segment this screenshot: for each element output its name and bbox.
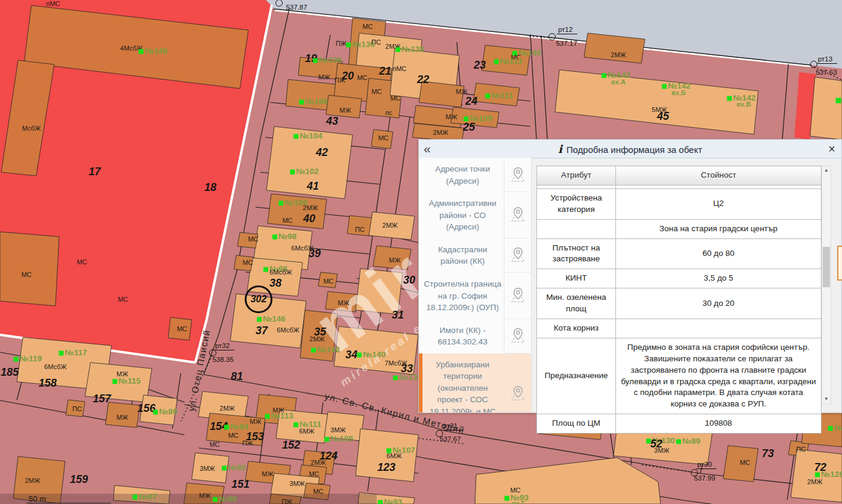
map-label: МЖ bbox=[456, 88, 467, 95]
layer-menu-item[interactable]: Строителна граница на гр. София 18.12.20… bbox=[419, 273, 531, 319]
attribute-table: Атрибут Стойност Устройствена категория … bbox=[536, 166, 822, 434]
map-label: 2МЖ bbox=[309, 335, 324, 343]
scrollbar-thumb[interactable] bbox=[823, 247, 830, 287]
map-label: рт12 bbox=[557, 26, 577, 34]
map-label: вх.Г bbox=[512, 500, 525, 504]
map-label: 159 bbox=[70, 473, 88, 486]
layer-menu-item[interactable]: Кадастрални райони (КК) bbox=[419, 238, 531, 273]
attribute-table-header-row: Атрибут Стойност bbox=[537, 166, 822, 185]
map-label: вх.А bbox=[611, 78, 626, 86]
map-label: ПЖ bbox=[336, 40, 347, 47]
close-panel-button[interactable]: × bbox=[828, 142, 835, 156]
map-label: МС bbox=[362, 23, 372, 30]
attribute-row[interactable]: Площ по ЦМ 109808 bbox=[537, 414, 822, 434]
attribute-name-cell: Предназначение bbox=[537, 338, 616, 414]
map-label: МС bbox=[323, 278, 333, 285]
attribute-row[interactable]: Зона на стария градски център bbox=[537, 219, 822, 238]
panel-title-text: Подробна информация за обект bbox=[567, 145, 702, 155]
map-label: 6МсбЖ bbox=[269, 269, 292, 276]
map-label bbox=[436, 430, 443, 437]
map-label: 152 bbox=[282, 439, 300, 452]
attribute-row[interactable]: КИНТ 3,5 до 5 bbox=[537, 269, 822, 288]
attribute-table-body: Устройствена категория Ц2 Зона на стария… bbox=[537, 185, 822, 433]
map-label: 185 bbox=[1, 366, 19, 379]
map-label: №109 bbox=[324, 434, 353, 443]
map-pin-icon[interactable] bbox=[504, 353, 531, 412]
layer-menu-item-label: Кадастрални райони (КК) bbox=[419, 238, 504, 273]
map-label: МЖ bbox=[339, 107, 351, 114]
map-label: МС bbox=[313, 488, 323, 495]
map-pin-icon[interactable] bbox=[504, 273, 531, 319]
map-label: МС bbox=[21, 271, 31, 278]
map-label bbox=[548, 33, 556, 40]
map-label: 157 bbox=[93, 393, 111, 405]
map-label: №138 bbox=[393, 373, 422, 382]
map-label: №93 bbox=[378, 497, 402, 504]
info-panel: « iПодробна информация за обект × Адресн… bbox=[418, 139, 842, 413]
layer-menu-item[interactable]: Урбанизирани територии (окончателен прое… bbox=[419, 353, 531, 412]
attribute-column-header: Атрибут bbox=[537, 166, 616, 185]
attribute-name-cell bbox=[537, 219, 616, 238]
map-label: 38 bbox=[269, 277, 281, 290]
layer-menu-item-label: Административни райони - СО (Адреси) bbox=[419, 192, 504, 238]
map-pin-icon[interactable] bbox=[504, 319, 531, 353]
map-label: 537.17 bbox=[556, 40, 577, 47]
map-label bbox=[209, 349, 216, 356]
map-label: вх.В bbox=[737, 101, 751, 108]
attribute-value-cell: 3,5 до 5 bbox=[616, 269, 822, 288]
table-scrollbar[interactable]: ▲ ▼ bbox=[822, 166, 831, 404]
map-label: 25 bbox=[463, 121, 475, 134]
map-label: 6МЖ bbox=[299, 428, 314, 435]
scroll-up-arrow[interactable]: ▲ bbox=[822, 166, 831, 175]
attribute-name-cell: КИНТ bbox=[537, 269, 616, 288]
map-label: №146 bbox=[257, 314, 286, 323]
map-label: рт13 bbox=[817, 55, 837, 64]
map-label: МС bbox=[740, 459, 750, 466]
selected-parcel-marker[interactable]: 302 bbox=[245, 285, 272, 313]
info-icon: i bbox=[558, 143, 562, 155]
map-label: 18 bbox=[204, 181, 216, 194]
map-label: №113 bbox=[494, 57, 523, 66]
attribute-value-cell: Предимно в зоната на стария софийски цен… bbox=[616, 338, 822, 414]
map-label: МС bbox=[118, 296, 128, 303]
map-label: №119 bbox=[14, 354, 42, 363]
map-label: 37 bbox=[256, 325, 268, 337]
map-label: 2МЖ bbox=[433, 129, 448, 136]
layer-menu-item-label: Имоти (КК) - 68134.302.43 bbox=[419, 319, 504, 353]
map-pin-icon[interactable] bbox=[504, 158, 531, 192]
attribute-row[interactable]: Устройствена категория Ц2 bbox=[537, 188, 822, 219]
map-label: 6МЖ bbox=[386, 452, 401, 459]
map-label: МС bbox=[77, 258, 87, 266]
map-label: 22 bbox=[417, 73, 429, 86]
map-label: рт30 bbox=[696, 461, 717, 469]
attribute-value-cell: 30 до 20 bbox=[616, 288, 822, 319]
attribute-row[interactable]: Мин. озеленена площ 30 до 20 bbox=[537, 288, 822, 319]
map-label: №87 bbox=[133, 492, 157, 501]
map-label: МС bbox=[248, 235, 258, 243]
map-label: 31 bbox=[392, 309, 404, 322]
scroll-down-arrow[interactable]: ▼ bbox=[822, 395, 831, 403]
map-label: №140 bbox=[357, 350, 386, 359]
map-label: 34 bbox=[345, 349, 357, 361]
map-label: 2МЖ bbox=[382, 222, 397, 229]
attribute-row[interactable]: Предназначение Предимно в зоната на стар… bbox=[537, 338, 822, 414]
layer-menu-item[interactable]: Имоти (КК) - 68134.302.43 bbox=[419, 319, 531, 353]
map-label: МЖ bbox=[262, 470, 273, 478]
map-label: 3МЖ bbox=[330, 426, 345, 434]
map-label: рт32 bbox=[214, 342, 234, 350]
map-label: №148 bbox=[139, 46, 168, 55]
map-pin-icon[interactable] bbox=[504, 192, 531, 238]
layer-menu-item[interactable]: Административни райони - СО (Адреси) bbox=[419, 192, 531, 238]
map-label: №98 bbox=[272, 232, 297, 241]
collapse-panel-button[interactable]: « bbox=[424, 141, 431, 157]
map-label: 3МЖ bbox=[289, 480, 304, 487]
attribute-name-cell: Площ по ЦМ bbox=[537, 414, 616, 434]
map-label: №89 bbox=[153, 407, 177, 416]
map-label: 158 bbox=[39, 377, 57, 390]
map-pin-icon[interactable] bbox=[504, 238, 531, 273]
map-label: МЖ bbox=[250, 418, 261, 425]
layer-menu-item[interactable]: Адресни точки (Адреси) bbox=[419, 158, 531, 192]
attribute-row[interactable]: Плътност на застрояване 60 до 80 bbox=[537, 238, 822, 269]
attribute-row[interactable]: Кота корниз bbox=[537, 319, 822, 338]
edge-widget[interactable] bbox=[837, 246, 842, 281]
